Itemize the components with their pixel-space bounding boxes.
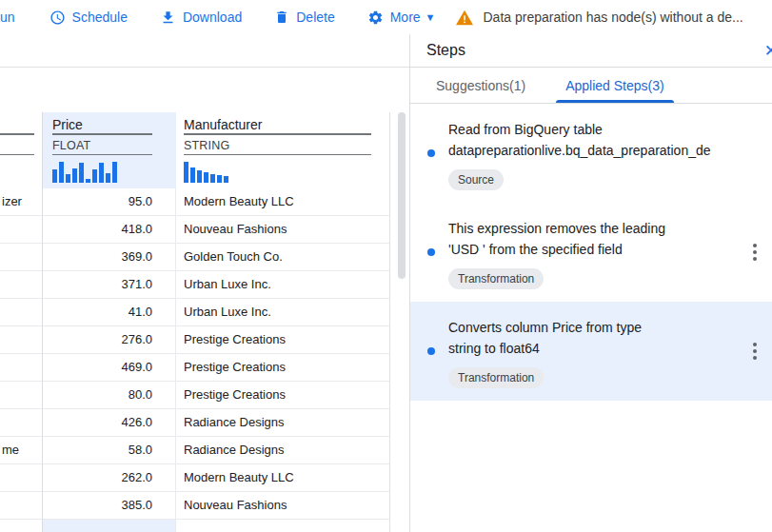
table-cell-left[interactable] [0,299,43,326]
trash-icon [274,10,289,25]
table-cell-price[interactable]: 426.0 [43,409,176,437]
table-row[interactable]: izer 95.0 Modern Beauty LLC [0,188,391,216]
table-cell-price[interactable]: 371.0 [43,271,176,299]
table-cell-left[interactable] [0,464,43,492]
data-preview-pane: Price FLOAT Manufacturer STRING izer 95.… [0,34,409,532]
column-header-partial[interactable] [0,112,43,188]
table-subbar [0,34,409,68]
column-type: STRING [176,135,389,154]
table-cell-price[interactable]: 262.0 [43,464,176,492]
table-cell-manufacturer[interactable]: Radiance Designs [176,437,390,464]
table-cell-manufacturer[interactable]: Modern Beauty LLC [176,188,390,216]
step-dot-icon [427,347,435,355]
table-cell-manufacturer[interactable]: Nouveau Fashions [176,492,390,520]
table-cell-price[interactable]: 385.0 [43,492,176,520]
run-button-partial[interactable]: un [0,10,15,25]
step-dot-icon [427,248,435,256]
table-cell-price[interactable]: 41.0 [43,299,176,326]
steps-panel-title: Steps [426,42,465,59]
step-text-line2: 'USD ' from the specified field [448,239,738,260]
steps-panel: Steps ✕ Suggestions(1) Applied Steps(3) … [409,34,772,532]
schedule-button-label: Schedule [72,10,128,25]
data-table: Price FLOAT Manufacturer STRING izer 95.… [0,112,391,532]
table-cell-left[interactable] [0,244,43,271]
table-cell-manufacturer[interactable]: Prestige Creations [176,354,390,382]
table-cell-manufacturer[interactable]: Prestige Creations [176,326,390,354]
step-type-chip: Source [448,169,504,190]
more-vert-icon[interactable] [749,339,761,364]
table-row[interactable]: 469.0 Prestige Creations [0,354,391,382]
table-cell-manufacturer[interactable]: Prestige Creations [176,382,390,409]
table-row[interactable]: 426.0 Radiance Designs [0,409,391,437]
more-button-label: More [390,10,421,25]
download-button-label: Download [183,10,242,25]
warning-text: Data preparation has node(s) without a d… [484,10,743,25]
table-row[interactable]: 418.0 Nouveau Fashions [0,216,391,244]
manufacturer-histogram[interactable] [184,162,389,183]
vertical-scrollbar[interactable] [398,112,406,279]
tab-suggestions[interactable]: Suggestions(1) [426,68,535,103]
table-cell-price[interactable]: 276.0 [43,326,176,354]
step-text-line1: Converts column Price from type [448,317,738,338]
table-cell-manufacturer[interactable]: Urban Luxe Inc. [176,299,390,326]
column-header-price[interactable]: Price FLOAT [43,112,176,188]
caret-down-icon: ▼ [426,11,436,23]
table-row[interactable]: me 58.0 Radiance Designs [0,437,391,464]
table-cell-price[interactable]: 469.0 [43,354,176,382]
table-cell-manufacturer[interactable]: Radiance Designs [176,409,390,437]
step-text-line1: Read from BigQuery table [448,119,738,140]
step-dot-icon [427,149,435,157]
column-type: FLOAT [43,135,175,154]
table-rows: izer 95.0 Modern Beauty LLC 418.0 Nouvea… [0,188,391,520]
table-row[interactable]: 385.0 Nouveau Fashions [0,492,391,520]
table-cell-left[interactable] [0,326,43,354]
table-cell-price[interactable]: 95.0 [43,188,176,216]
delete-button-label: Delete [296,10,334,25]
delete-button[interactable]: Delete [274,10,334,25]
clock-icon [49,10,66,26]
step-type-chip: Transformation [448,367,544,388]
table-cell-left[interactable] [0,216,43,244]
table-row[interactable]: 276.0 Prestige Creations [0,326,391,354]
table-cell-left[interactable] [0,354,43,382]
step-item-convert-type[interactable]: Converts column Price from type string t… [410,302,772,401]
table-row[interactable]: 369.0 Golden Touch Co. [0,244,391,271]
table-row[interactable]: 262.0 Modern Beauty LLC [0,464,391,492]
download-icon [160,10,176,26]
close-icon[interactable]: ✕ [764,41,772,61]
table-cell-price[interactable]: 418.0 [43,216,176,244]
table-cell-price[interactable]: 369.0 [43,244,176,271]
tab-applied-steps[interactable]: Applied Steps(3) [556,68,674,103]
price-histogram[interactable] [52,162,175,183]
step-text-line2: string to float64 [448,338,738,359]
table-cell-manufacturer[interactable]: Urban Luxe Inc. [176,271,390,299]
table-row[interactable]: 80.0 Prestige Creations [0,382,391,409]
table-row[interactable]: 41.0 Urban Luxe Inc. [0,299,391,326]
table-cell-manufacturer[interactable]: Modern Beauty LLC [176,464,390,492]
step-item-remove-usd[interactable]: This expression removes the leading 'USD… [410,203,772,302]
warning-icon [455,9,474,26]
table-cell-left[interactable] [0,492,43,520]
table-cell-price[interactable]: 58.0 [43,437,176,464]
step-text-line1: This expression removes the leading [448,218,738,239]
column-header-manufacturer[interactable]: Manufacturer STRING [176,112,390,188]
table-cell-price[interactable]: 80.0 [43,382,176,409]
schedule-button[interactable]: Schedule [49,10,128,26]
table-cell-left[interactable]: me [0,437,43,464]
table-cell-manufacturer[interactable]: Golden Touch Co. [176,244,390,271]
steps-list: Read from BigQuery table datapreparation… [410,104,772,401]
step-type-chip: Transformation [448,268,544,289]
steps-panel-header: Steps ✕ [410,34,772,68]
table-row[interactable]: 371.0 Urban Luxe Inc. [0,271,391,299]
table-cell-left[interactable] [0,382,43,409]
table-cell-left[interactable] [0,409,43,437]
step-text-line2: datapreparationlive.bq_data_preparation_… [448,140,768,161]
more-vert-icon[interactable] [749,240,761,265]
more-button[interactable]: More ▼ [367,10,436,26]
table-cell-left[interactable] [0,271,43,299]
table-cell-manufacturer[interactable]: Nouveau Fashions [176,216,390,244]
table-row-partial[interactable] [0,520,391,532]
download-button[interactable]: Download [160,10,242,26]
step-item-source[interactable]: Read from BigQuery table datapreparation… [410,104,772,203]
table-cell-left[interactable]: izer [0,188,43,216]
